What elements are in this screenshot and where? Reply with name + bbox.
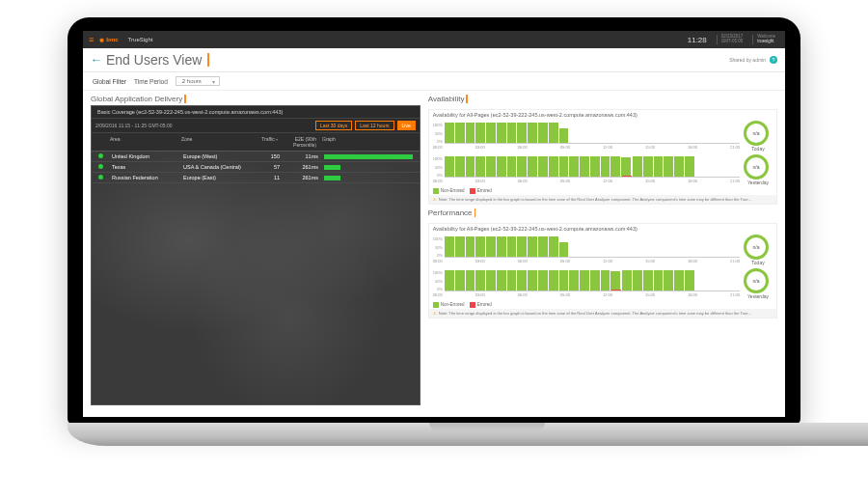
table-row[interactable]: Russian FederationEurope (East)11261ms [92, 173, 420, 183]
filter-row: Global Filter Time Period 2 hours [83, 72, 785, 91]
main-content: Global Application Delivery Basic Covera… [83, 91, 785, 413]
status-dot-icon [98, 175, 103, 180]
col-graph: Graph [319, 135, 416, 149]
global-filter-label: Global Filter [93, 78, 126, 85]
perf-yest-row: 100%50%0%00:0003:0006:0009:0012:0015:001… [429, 267, 776, 301]
performance-card: Availability for All-Pages (ec2-52-39-22… [428, 223, 777, 318]
right-column: Availability Availability for All-Pages … [428, 95, 777, 405]
warning-icon: ⚠ [433, 311, 437, 316]
shared-by: Shared by admin [729, 57, 766, 63]
availability-title: Availability [428, 95, 777, 103]
col-p90[interactable]: E2E (90th Percentile) [281, 135, 319, 149]
brand-spark-icon: ✹ [99, 37, 104, 43]
panel-toolbar: 2/09/2016 11:15 - 11:25 GMT-05:00 Last 3… [92, 118, 420, 133]
header-user: truesight [757, 40, 775, 44]
col-traffic[interactable]: Traffic [250, 135, 281, 149]
panel-title: Basic Coverage (ec2-52-39-222-245.us-wes… [92, 106, 420, 118]
avail-today-chart: 100%50%0%00:0003:0006:0009:0012:0015:001… [433, 123, 740, 150]
perf-legend: Non-Errored Errored [429, 301, 776, 309]
avail-legend: Non-Errored Errored [429, 187, 776, 195]
perf-yest-sidelabel: n/a Yesterday [744, 268, 773, 299]
table-body: United KingdomEurope (West)15011msTexasU… [92, 152, 420, 183]
avail-yest-chart: 100%50%0%00:0003:0006:0009:0012:0015:001… [433, 156, 740, 183]
availability-subtitle: Availability for All-Pages (ec2-52-39-22… [429, 110, 776, 120]
time-period-select[interactable]: 2 hours [176, 76, 220, 86]
table-header: Area Zone Traffic E2E (90th Percentile) … [92, 133, 420, 152]
col-zone[interactable]: Zone [178, 135, 250, 149]
clock: 11:28 [688, 36, 707, 44]
brand-logo: ✹ bmc [99, 37, 118, 43]
avail-today-sidelabel: n/a Today [744, 121, 773, 152]
menu-icon[interactable]: ≡ [89, 36, 94, 44]
table-row[interactable]: TexasUSA & Canada (Central)57261ms [92, 162, 420, 173]
panel-timespan: 2/09/2016 11:15 - 11:25 GMT-05:00 [95, 123, 173, 128]
table-row[interactable]: United KingdomEurope (West)15011ms [92, 152, 420, 162]
perf-yest-chart: 100%50%0%00:0003:0006:0009:0012:0015:001… [433, 270, 740, 297]
performance-title: Performance [428, 208, 777, 217]
perf-note: ⚠ Note: The time range displayed in the … [429, 309, 776, 318]
range-live-button[interactable]: Live [397, 121, 416, 130]
app-screen: ≡ ✹ bmc TrueSight 11:28 02/23/2017 GMT-0… [83, 31, 785, 417]
help-icon[interactable]: ? [770, 56, 777, 64]
screen-bezel: ≡ ✹ bmc TrueSight 11:28 02/23/2017 GMT-0… [68, 17, 800, 425]
perf-today-sidelabel: n/a Today [744, 235, 773, 265]
laptop-frame: ≡ ✹ bmc TrueSight 11:28 02/23/2017 GMT-0… [68, 17, 800, 446]
header-user-block: Welcome truesight [752, 35, 779, 44]
product-name: TrueSight [128, 37, 153, 42]
laptop-notch [429, 423, 545, 430]
global-delivery-panel: Basic Coverage (ec2-52-39-222-245.us-wes… [91, 105, 420, 405]
avail-today-row: 100%50%0%00:0003:0006:0009:0012:0015:001… [429, 120, 776, 153]
avail-yest-sidelabel: n/a Yesterday [744, 154, 773, 185]
topbar: ≡ ✹ bmc TrueSight 11:28 02/23/2017 GMT-0… [83, 31, 785, 48]
status-dot-icon [98, 164, 103, 169]
status-dot-icon [98, 153, 103, 158]
avail-yest-row: 100%50%0%00:0003:0006:0009:0012:0015:001… [429, 153, 776, 187]
perf-today-row: 100%50%0%00:0003:0006:0009:0012:0015:001… [429, 234, 776, 267]
col-area[interactable]: Area [107, 135, 178, 149]
availability-card: Availability for All-Pages (ec2-52-39-22… [428, 109, 777, 205]
avail-today-donut: n/a [744, 121, 769, 146]
title-accent [207, 53, 209, 67]
left-column: Global Application Delivery Basic Covera… [91, 95, 420, 405]
time-period-label: Time Period [134, 78, 168, 85]
range-30d-button[interactable]: Last 30 days [315, 121, 352, 130]
warning-icon: ⚠ [433, 197, 437, 202]
avail-note: ⚠ Note: The time range displayed in the … [429, 195, 776, 204]
avail-yest-donut: n/a [744, 154, 769, 180]
page-title: End Users View [106, 52, 202, 68]
brand-text: bmc [106, 37, 118, 42]
back-icon[interactable]: ← [91, 53, 102, 67]
perf-today-chart: 100%50%0%00:0003:0006:0009:0012:0015:001… [433, 236, 740, 263]
header-date-tz: 02/23/2017 GMT-05:00 [717, 35, 747, 44]
left-section-title: Global Application Delivery [91, 95, 420, 103]
laptop-base [68, 423, 868, 446]
performance-subtitle: Availability for All-Pages (ec2-52-39-22… [429, 224, 776, 234]
range-12h-button[interactable]: Last 12 hours [355, 121, 393, 130]
titlebar: ← End Users View Shared by admin ? [83, 48, 785, 72]
perf-yest-donut: n/a [744, 268, 769, 293]
perf-today-donut: n/a [744, 235, 769, 260]
header-tz: GMT-05:00 [721, 40, 744, 44]
